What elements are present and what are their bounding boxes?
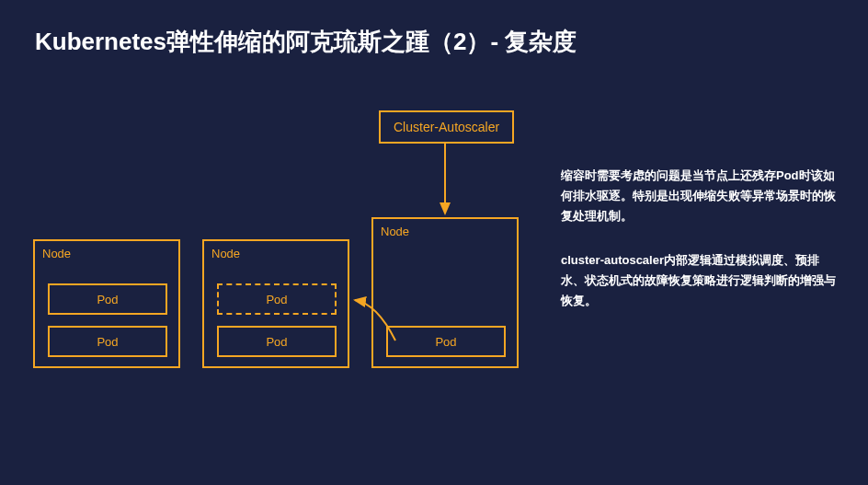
pod-box: Pod (386, 326, 506, 357)
pod-box: Pod (48, 326, 167, 357)
node-label: Node (381, 225, 409, 238)
node-label: Node (211, 247, 240, 260)
node-box-1: Node Pod Pod (33, 239, 180, 368)
node-box-3: Node Pod (371, 217, 519, 368)
pod-box: Pod (217, 326, 337, 357)
description-paragraph-2: cluster-autoscaler内部逻辑通过模拟调度、预排水、状态机式的故障… (561, 250, 837, 311)
node-box-2: Node Pod Pod (202, 239, 349, 368)
cluster-autoscaler-box: Cluster-Autoscaler (379, 110, 514, 144)
slide-title: Kubernetes弹性伸缩的阿克琉斯之踵（2）- 复杂度 (35, 26, 577, 58)
node-label: Node (42, 247, 71, 260)
pod-box: Pod (48, 283, 167, 315)
description-paragraph-1: 缩容时需要考虑的问题是当节点上还残存Pod时该如何排水驱逐。特别是出现伸缩失败等… (561, 166, 837, 226)
pod-box-dashed: Pod (217, 283, 337, 315)
